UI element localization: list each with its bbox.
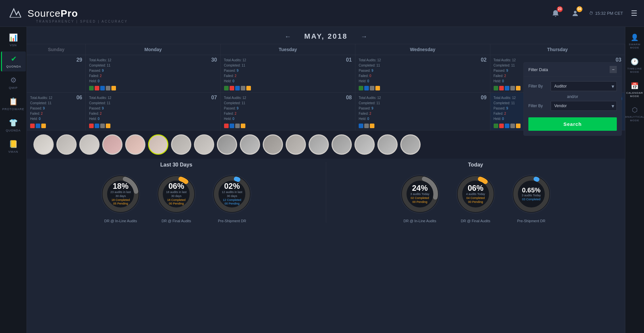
avatar-6-selected[interactable] <box>148 134 168 155</box>
donut-center-last30-preshipment: 02% 12 audits in last 30 days12 Complete… <box>220 182 243 206</box>
cell-row1-wednesday[interactable]: 02 Total Audits: 12 Completed: 11 Passed… <box>355 55 490 92</box>
cell-row2-monday[interactable]: 07 Total Audits: 12 Completed: 11 Passed… <box>86 93 221 130</box>
right-sidebar-item-timeline[interactable]: 🕐 TIMELINE MODE <box>626 54 643 77</box>
calendar-mode-label: CALENDAR MODE <box>626 91 643 98</box>
stats-today-cards: 24% 3 audits Today02 Completed00 Pending… <box>333 171 619 223</box>
avatar-4[interactable] <box>102 134 123 155</box>
stat-label-today-preshipment: Pre-Shipment DR <box>517 219 545 223</box>
stat-card-today-final: 06% 4 audits Today04 Completed00 Pending… <box>449 171 502 223</box>
filter-close-button[interactable]: − <box>610 66 617 73</box>
prev-month-button[interactable]: ← <box>285 33 291 40</box>
sidebar-item-vsn[interactable]: 📊 VSN <box>1 30 26 50</box>
stat-label-today-inline: DR @ In-Line Audits <box>404 219 436 223</box>
stat-card-last30-preshipment: 02% 12 audits in last 30 days12 Complete… <box>206 171 258 223</box>
donut-center-today-final: 06% 4 audits Today04 Completed00 Pending <box>466 184 485 204</box>
sidebar-item-protoware[interactable]: 📋 PROTOWARE <box>1 94 26 114</box>
avatar-14[interactable] <box>331 134 352 155</box>
main-layout: 📊 VSN ✔ QUONDA ⚙ QMIP 📋 PROTOWARE 👕 QUON… <box>0 27 644 333</box>
avatar-13[interactable] <box>309 134 329 155</box>
filter-select-wrapper-2[interactable]: Vendor <box>551 101 617 111</box>
donut-center-today-preshipment: 0.65% 3 audits Today03 Completed <box>522 186 541 201</box>
bell-count: 23 <box>557 6 563 12</box>
svg-point-1 <box>574 11 577 13</box>
stat-label-last30-inline: DR @ In-Line Audits <box>104 219 137 223</box>
right-sidebar-item-swarm[interactable]: 👤 SWARM MODE <box>626 30 643 53</box>
avatar-1[interactable] <box>33 134 54 155</box>
stats-last30-title: Last 30 Days <box>33 162 319 168</box>
color-dots-r2-sun <box>30 124 82 128</box>
app-name: SourcePro <box>28 8 78 19</box>
sidebar-label-vsn: VSN <box>10 44 17 47</box>
swarm-icon: 👤 <box>631 33 639 41</box>
color-dots-r1-mon <box>89 86 217 90</box>
logo-icon <box>7 5 24 22</box>
search-button[interactable]: Search <box>528 117 617 131</box>
filter-title: Filter Data <box>528 67 548 72</box>
day-header-wednesday: Wednesday <box>355 44 490 55</box>
donut-today-preshipment: 0.65% 3 audits Today03 Completed <box>508 171 554 217</box>
filter-row-2: Filter By Vendor <box>528 101 617 111</box>
donut-center-last30-inline: 18% 23 audits in last 30 days18 Complete… <box>109 182 132 206</box>
avatar-2[interactable] <box>56 134 77 155</box>
avatar-10[interactable] <box>240 134 260 155</box>
donut-last30-final: 06% 18 audits in last 30 days18 Complete… <box>153 171 199 217</box>
avatar-7[interactable] <box>171 134 191 155</box>
sidebar-label-quonda: QUONDA <box>6 65 21 68</box>
tagline: TRANSPARENCY | SPEED | ACCURACY <box>36 20 128 23</box>
sidebar-item-qmip[interactable]: ⚙ QMIP <box>1 73 26 93</box>
avatar-3[interactable] <box>79 134 100 155</box>
stat-card-today-preshipment: 0.65% 3 audits Today03 Completed Pre-Shi… <box>505 171 558 223</box>
sidebar-label-vman: VMAN <box>8 150 18 153</box>
calendar-month-title: MAY, 2018 <box>304 32 348 41</box>
logo-area: SourcePro <box>7 5 78 22</box>
avatar-11[interactable] <box>263 134 283 155</box>
user-notification[interactable]: 04 <box>569 8 581 19</box>
cell-row2-sunday[interactable]: 06 Total Audits: 12 Completed: 11 Passed… <box>27 93 86 130</box>
analytical-icon: ⬡ <box>632 106 637 114</box>
filter-panel: Filter Data − Filter By Auditor and/or F… <box>523 62 622 136</box>
next-month-button[interactable]: → <box>361 33 367 40</box>
avatar-17[interactable] <box>400 134 421 155</box>
avatar-15[interactable] <box>354 134 375 155</box>
quonda-icon: ✔ <box>11 55 17 63</box>
stats-today: Today 24% 3 audits Today02 <box>333 162 619 223</box>
right-sidebar-item-calendar[interactable]: 📅 CALENDAR MODE <box>626 79 643 102</box>
avatar-5[interactable] <box>125 134 145 155</box>
cell-row2-wednesday[interactable]: 09 Total Audits: 12 Completed: 11 Passed… <box>355 93 490 130</box>
sidebar-label-qmip: QMIP <box>9 86 18 89</box>
donut-last30-inline: 18% 23 audits in last 30 days18 Complete… <box>98 171 143 217</box>
filter-body: Filter By Auditor and/or Filter By Vendo… <box>524 77 621 135</box>
sidebar-item-quonda2[interactable]: 👕 QUONDA <box>1 115 26 135</box>
cell-row1-tuesday[interactable]: 01 Total Audits: 12 Completed: 11 Passed… <box>221 55 356 92</box>
filter-select-wrapper-1[interactable]: Auditor <box>551 81 617 91</box>
filter-by-label-1: Filter By <box>528 84 547 88</box>
swarm-label: SWARM MODE <box>628 43 642 50</box>
color-dots-r1-wed <box>359 86 487 90</box>
right-sidebar: 👤 SWARM MODE 🕐 TIMELINE MODE 📅 CALENDAR … <box>625 27 644 333</box>
avatar-9[interactable] <box>217 134 237 155</box>
vsn-icon: 📊 <box>9 33 18 42</box>
color-dots-r2-wed <box>359 124 487 128</box>
right-sidebar-item-analytical[interactable]: ⬡ ANALYTICAL MODE <box>626 103 643 126</box>
bell-notification[interactable]: 23 <box>550 8 561 19</box>
stat-label-today-final: DR @ Final Audits <box>461 219 490 223</box>
avatar-16[interactable] <box>377 134 398 155</box>
avatar-12[interactable] <box>286 134 306 155</box>
vman-icon: 📒 <box>9 140 18 148</box>
donut-last30-preshipment: 02% 12 audits in last 30 days12 Complete… <box>209 171 255 217</box>
sidebar-item-quonda[interactable]: ✔ QUONDA <box>1 51 26 71</box>
filter-select-vendor[interactable]: Vendor <box>551 101 617 111</box>
filter-header: Filter Data − <box>524 63 621 77</box>
cell-row1-monday[interactable]: 30 Total Audits: 12 Completed: 11 Passed… <box>86 55 221 92</box>
sidebar-item-vman[interactable]: 📒 VMAN <box>1 137 26 157</box>
donut-today-inline: 24% 3 audits Today02 Completed00 Pending <box>397 171 443 217</box>
cell-row2-tuesday[interactable]: 08 Total Audits: 12 Completed: 11 Passed… <box>221 93 356 130</box>
calendar-icon: 📅 <box>631 82 639 90</box>
filter-row-1: Filter By Auditor <box>528 81 617 91</box>
avatar-8[interactable] <box>194 134 214 155</box>
hamburger-menu[interactable]: ☰ <box>631 9 637 18</box>
filter-select-auditor[interactable]: Auditor <box>551 81 617 91</box>
calendar-grid-header: Sunday Monday Tuesday Wednesday Thursday <box>27 44 625 55</box>
analytical-label: ANALYTICAL MODE <box>625 115 644 122</box>
stat-card-last30-final: 06% 18 audits in last 30 days18 Complete… <box>150 171 202 223</box>
